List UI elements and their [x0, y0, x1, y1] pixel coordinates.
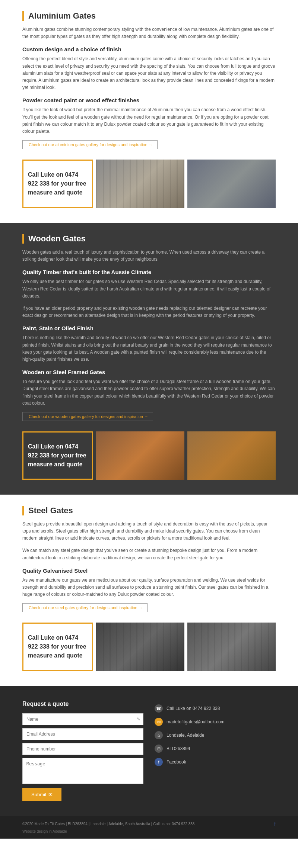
footer-form-col: Request a quote ✎ Submit ✉ [22, 701, 143, 801]
wooden-subheading1: Quality Timber that's built for the Auss… [22, 269, 276, 275]
wooden-title: Wooden Gates [22, 234, 276, 244]
aluminium-subheading1: Custom design and a choice of finish [22, 46, 276, 52]
wooden-body3: To ensure you get the look and feel you … [22, 378, 276, 407]
location-icon: ⌂ [155, 731, 163, 739]
steel-media-row: Call Luke on 0474 922 338 for your free … [22, 623, 276, 671]
email-icon: ✉ [155, 718, 163, 726]
wooden-subheading3: Wooden or Steel Framed Gates [22, 369, 276, 375]
aluminium-section: Aluminium Gates Aluminium gates combine … [0, 0, 298, 223]
contact-email-item: ✉ madetofitgates@outlook.com [155, 718, 276, 726]
wooden-image-1 [96, 431, 184, 480]
design-credit: Website design in Adelaide [22, 829, 276, 833]
steel-subheading1: Quality Galvanised Steel [22, 568, 276, 574]
footer-grid: Request a quote ✎ Submit ✉ ☎ [22, 701, 276, 801]
submit-label: Submit [31, 792, 46, 797]
license-icon: ⊞ [155, 745, 163, 753]
email-field-row [22, 728, 143, 740]
contact-facebook: Facebook [167, 759, 186, 765]
steel-title: Steel Gates [22, 506, 276, 515]
wooden-call-box: Call Luke on 0474 922 338 for your free … [22, 431, 93, 480]
name-field-icon: ✎ [137, 717, 140, 722]
aluminium-call-box: Call Luke on 0474 922 338 for your free … [22, 160, 93, 208]
wooden-media-row: Call Luke on 0474 922 338 for your free … [22, 431, 276, 480]
aluminium-media-row: Call Luke on 0474 922 338 for your free … [22, 160, 276, 208]
submit-icon: ✉ [48, 792, 53, 797]
form-title: Request a quote [22, 701, 143, 707]
steel-section: Steel Gates Steel gates provide a beauti… [0, 495, 298, 686]
contact-phone-item: ☎ Call Luke on 0474 922 338 [155, 704, 276, 713]
name-field-row: ✎ [22, 713, 143, 725]
steel-body2: We can match any steel gate design that … [22, 547, 276, 561]
contact-info: ☎ Call Luke on 0474 922 338 ✉ madetofitg… [155, 704, 276, 766]
contact-email: madetofitgates@outlook.com [167, 719, 225, 724]
facebook-icon: f [155, 758, 163, 766]
aluminium-body2: If you like the look of wood but prefer … [22, 106, 276, 135]
message-input[interactable] [22, 758, 143, 784]
phone-icon: ☎ [155, 704, 163, 713]
contact-location: Londsale, Adelaide [167, 733, 204, 738]
aluminium-title: Aluminium Gates [22, 11, 276, 21]
contact-facebook-item[interactable]: f Facebook [155, 758, 276, 766]
bottom-footer: f ©2020 Made To Fit Gates | BLD263894 | … [0, 816, 298, 839]
aluminium-body1: Offering the perfect blend of style and … [22, 55, 276, 91]
wooden-cta-link[interactable]: Check out our wooden gates gallery for d… [22, 412, 153, 421]
aluminium-image-2 [187, 160, 276, 208]
footer-contact-col: ☎ Call Luke on 0474 922 338 ✉ madetofitg… [155, 701, 276, 801]
wooden-body1b: If you have an older period property and… [22, 305, 276, 319]
phone-field-row [22, 743, 143, 755]
aluminium-cta-link[interactable]: Check out our aluminium gates gallery fo… [22, 140, 158, 149]
steel-intro: Steel gates provide a beautiful open des… [22, 521, 276, 542]
contact-phone: Call Luke on 0474 922 338 [167, 706, 220, 711]
contact-license-item: ⊞ BLD263894 [155, 745, 276, 753]
footer-contact-section: Request a quote ✎ Submit ✉ ☎ [0, 686, 298, 816]
steel-call-box: Call Luke on 0474 922 338 for your free … [22, 623, 93, 671]
steel-image-1 [96, 623, 184, 671]
aluminium-image-1 [96, 160, 184, 208]
submit-button[interactable]: Submit ✉ [22, 788, 61, 801]
wooden-call-text: Call Luke on 0474 922 338 for your free … [28, 442, 88, 469]
email-input[interactable] [22, 728, 143, 740]
copyright-text: ©2020 Made To Fit Gates | BLD263894 | Lo… [22, 821, 276, 827]
contact-license: BLD263894 [167, 746, 190, 751]
wooden-body1: We only use the best timber for our gate… [22, 278, 276, 300]
wooden-image-2 [187, 431, 276, 480]
wooden-intro: Wooden gates add a real touch of luxury … [22, 249, 276, 263]
phone-input[interactable] [22, 743, 143, 755]
aluminium-intro: Aluminium gates combine stunning contemp… [22, 26, 276, 40]
steel-image-2 [187, 623, 276, 671]
name-input[interactable] [22, 713, 143, 725]
aluminium-subheading2: Powder coated paint or wood effect finis… [22, 97, 276, 103]
contact-location-item: ⌂ Londsale, Adelaide [155, 731, 276, 739]
bottom-facebook-icon[interactable]: f [274, 821, 276, 827]
wooden-subheading2: Paint, Stain or Oiled Finish [22, 325, 276, 331]
wooden-body2: There is nothing like the warmth and bea… [22, 334, 276, 363]
wooden-section: Wooden Gates Wooden gates add a real tou… [0, 223, 298, 495]
steel-cta-link[interactable]: Check out our steel gates gallery for de… [22, 603, 148, 612]
message-field-row [22, 758, 143, 785]
aluminium-call-text: Call Luke on 0474 922 338 for your free … [28, 170, 88, 197]
steel-body3: As we manufacture our gates we are metic… [22, 577, 276, 598]
steel-call-text: Call Luke on 0474 922 338 for your free … [28, 633, 88, 660]
